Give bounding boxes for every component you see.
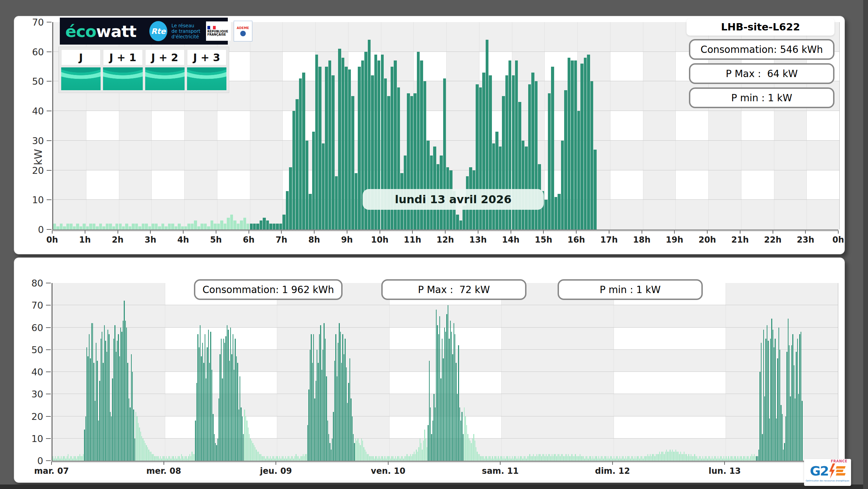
y-axis-tick — [46, 305, 51, 305]
power-bar — [604, 456, 605, 461]
power-bar — [337, 376, 337, 461]
power-bar — [101, 339, 101, 461]
plot-bg-cell — [53, 283, 165, 305]
power-bar — [259, 454, 260, 461]
y-axis-unit-label: kW — [32, 149, 44, 165]
power-bar — [112, 226, 115, 229]
power-bar — [279, 456, 280, 461]
power-bar — [631, 456, 632, 461]
power-bar — [435, 407, 436, 461]
power-bar — [207, 226, 210, 229]
weekly-chart-plot-area[interactable] — [52, 283, 838, 461]
x-axis-label: jeu. 09 — [260, 466, 292, 476]
day-button-label: J + 3 — [187, 49, 226, 65]
x-axis-label: mar. 07 — [34, 466, 69, 476]
y-axis-label: 30 — [31, 389, 43, 399]
power-bar — [697, 456, 697, 461]
day-button-j-plus-3[interactable]: J + 3 — [187, 49, 226, 90]
plot-bg-cell — [86, 170, 119, 200]
power-bar — [137, 416, 137, 461]
power-bar — [106, 352, 107, 461]
power-bar — [524, 456, 524, 461]
power-bar — [452, 354, 453, 461]
power-bar — [389, 456, 390, 461]
power-bar — [587, 456, 587, 461]
power-bar — [666, 450, 667, 461]
power-bar — [654, 456, 655, 461]
power-bar — [459, 407, 460, 461]
day-button-j-plus-2[interactable]: J + 2 — [145, 49, 185, 90]
plot-bg-cell — [119, 141, 152, 170]
power-bar — [217, 439, 218, 461]
power-bar — [190, 456, 191, 461]
power-bar — [156, 456, 156, 461]
power-bar — [301, 456, 302, 461]
rte-logo-icon: Rte — [149, 21, 167, 41]
power-bar — [324, 323, 324, 461]
plot-bg-cell — [250, 111, 283, 141]
power-bar — [469, 439, 469, 461]
power-bar — [724, 456, 724, 461]
day-button-j-plus-1[interactable]: J + 1 — [103, 49, 142, 90]
y-axis-label: 70 — [32, 17, 44, 28]
plot-bg-cell — [614, 305, 726, 327]
x-axis-tick — [674, 231, 675, 234]
power-bar — [93, 363, 94, 461]
window-right-edge — [863, 0, 868, 489]
plot-bg-cell — [614, 328, 726, 350]
power-bar — [345, 67, 347, 229]
power-bar — [114, 325, 115, 461]
power-bar — [424, 430, 425, 461]
power-bar — [227, 218, 230, 229]
power-bar — [765, 339, 766, 461]
power-bar — [58, 456, 59, 461]
power-bar — [160, 456, 161, 461]
power-bar — [355, 439, 356, 461]
power-bar — [153, 454, 154, 461]
plot-bg-cell — [610, 81, 643, 111]
y-axis-label: 50 — [32, 76, 44, 87]
plot-bg-cell — [774, 170, 807, 200]
power-bar — [220, 354, 220, 461]
power-bar — [402, 456, 403, 461]
power-bar — [344, 354, 344, 461]
power-bar — [801, 332, 801, 461]
y-axis-tick — [47, 170, 52, 171]
plot-bg-cell — [501, 350, 614, 372]
plot-bg-cell — [741, 111, 774, 141]
power-bar — [623, 456, 624, 461]
power-bar — [86, 226, 89, 229]
plot-bg-cell — [708, 141, 741, 170]
power-bar — [446, 314, 447, 461]
power-bar — [168, 456, 169, 461]
power-bar — [393, 456, 393, 461]
plot-bg-cell — [119, 170, 152, 200]
day-button-j[interactable]: J — [61, 49, 101, 90]
power-bar — [664, 454, 664, 461]
power-bar — [755, 456, 756, 461]
power-bar — [658, 454, 659, 461]
power-bar — [204, 224, 207, 229]
power-bar — [480, 456, 481, 461]
power-bar — [76, 224, 79, 229]
power-bar — [561, 141, 564, 229]
power-bar — [461, 412, 462, 461]
stat-pmax-day: P Max : 64 kW — [689, 63, 834, 84]
power-bar — [334, 361, 335, 461]
power-bar — [277, 456, 278, 461]
power-bar — [573, 456, 573, 461]
x-axis-label: 4h — [177, 235, 189, 245]
power-bar — [544, 200, 547, 229]
power-bar — [514, 456, 515, 461]
power-bar — [764, 396, 765, 461]
power-bar — [53, 224, 56, 229]
power-bar — [521, 456, 522, 461]
power-bar — [138, 226, 141, 229]
power-bar — [256, 450, 256, 461]
power-bar — [111, 416, 112, 461]
power-bar — [450, 321, 451, 461]
power-bar — [476, 447, 476, 461]
power-bar — [578, 456, 579, 461]
power-bar — [272, 456, 273, 461]
power-bar — [331, 450, 332, 461]
